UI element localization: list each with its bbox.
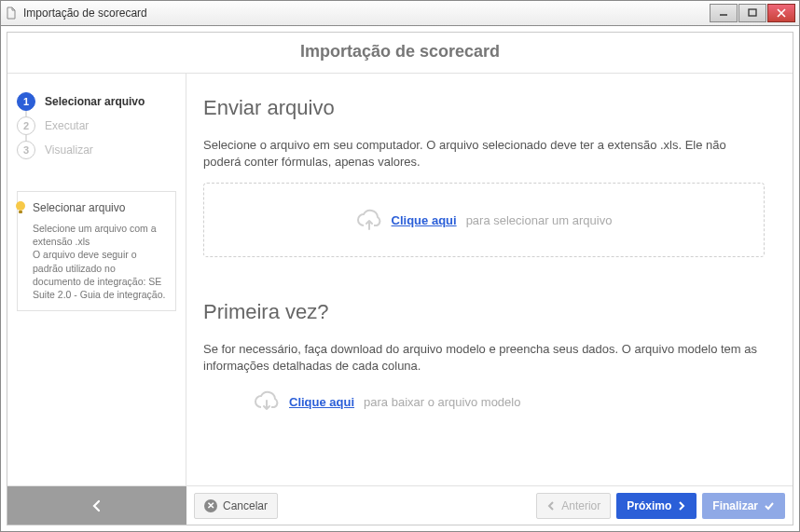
next-label: Próximo xyxy=(627,499,671,512)
window-minimize-button[interactable] xyxy=(710,4,738,22)
file-dropzone[interactable]: Clique aqui para selecionar um arquivo xyxy=(203,183,765,257)
step-number: 3 xyxy=(17,141,35,159)
select-file-link[interactable]: Clique aqui xyxy=(392,213,457,227)
step-number: 2 xyxy=(17,116,35,135)
wizard-sidebar: 1 Selecionar arquivo 2 Executar 3 Visual… xyxy=(7,74,186,485)
dialog-title: Importação de scorecard xyxy=(7,42,793,61)
previous-button: Anterior xyxy=(536,493,611,519)
previous-label: Anterior xyxy=(561,499,600,512)
send-file-heading: Enviar arquivo xyxy=(203,96,765,120)
dialog-header: Importação de scorecard xyxy=(7,33,793,74)
tip-text-2: O arquivo deve seguir o padrão utilizado… xyxy=(33,248,166,301)
wizard-main: Enviar arquivo Selecione o arquivo em se… xyxy=(186,74,793,485)
step-label: Executar xyxy=(45,119,89,132)
back-panel-button[interactable] xyxy=(7,486,186,525)
check-icon xyxy=(764,501,775,511)
download-template-link[interactable]: Clique aqui xyxy=(289,395,354,409)
chevron-left-icon xyxy=(90,499,103,512)
first-time-description: Se for necessário, faça download do arqu… xyxy=(203,341,765,374)
download-template-rest: para baixar o arquivo modelo xyxy=(364,395,520,409)
window-titlebar: Importação de scorecard xyxy=(0,0,800,26)
chevron-left-icon xyxy=(546,501,556,511)
tip-title: Selecionar arquivo xyxy=(33,201,166,214)
send-file-description: Selecione o arquivo em seu computador. O… xyxy=(203,137,765,170)
finish-button[interactable]: Finalizar xyxy=(702,493,785,519)
chevron-right-icon xyxy=(677,501,686,511)
cloud-upload-icon xyxy=(356,209,382,231)
window-close-button[interactable] xyxy=(767,4,795,22)
cancel-icon: ✕ xyxy=(204,499,217,512)
step-label: Selecionar arquivo xyxy=(45,95,145,108)
svg-point-4 xyxy=(16,201,25,211)
step-label: Visualizar xyxy=(45,143,93,157)
tip-text-1: Selecione um arquivo com a extensão .xls xyxy=(33,222,166,248)
cancel-label: Cancelar xyxy=(223,499,268,512)
cancel-button[interactable]: ✕ Cancelar xyxy=(194,493,278,519)
window-maximize-button[interactable] xyxy=(738,4,766,22)
wizard-steps: 1 Selecionar arquivo 2 Executar 3 Visual… xyxy=(17,92,176,159)
tip-card: Selecionar arquivo Selecione um arquivo … xyxy=(17,191,176,311)
svg-rect-1 xyxy=(749,9,756,16)
cloud-download-icon xyxy=(254,390,280,413)
finish-label: Finalizar xyxy=(712,499,758,512)
first-time-heading: Primeira vez? xyxy=(203,300,765,324)
step-execute[interactable]: 2 Executar xyxy=(17,116,176,135)
step-number: 1 xyxy=(17,92,35,111)
lightbulb-icon xyxy=(12,199,29,216)
window-title: Importação de scorecard xyxy=(23,7,147,20)
next-button[interactable]: Próximo xyxy=(616,493,697,519)
svg-rect-5 xyxy=(19,211,22,213)
step-select-file[interactable]: 1 Selecionar arquivo xyxy=(17,92,176,111)
wizard-footer: ✕ Cancelar Anterior Próximo Finalizar xyxy=(7,485,793,525)
select-file-rest: para selecionar um arquivo xyxy=(466,213,613,227)
document-icon xyxy=(5,7,18,20)
download-template-row: Clique aqui para baixar o arquivo modelo xyxy=(254,390,765,413)
step-visualize[interactable]: 3 Visualizar xyxy=(17,141,176,159)
